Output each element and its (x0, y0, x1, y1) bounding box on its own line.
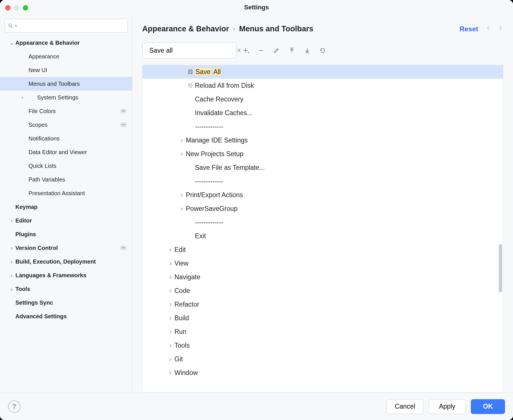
sidebar-item[interactable]: Data Editor and Viewer (0, 145, 132, 159)
move-down-icon[interactable] (304, 47, 311, 54)
action-label: Cache Recovery (195, 95, 243, 103)
action-group[interactable]: ›Print/Export Actions (142, 188, 503, 202)
sidebar-item[interactable]: Quick Lists (0, 159, 132, 173)
project-scope-icon (121, 123, 126, 127)
project-scope-icon (121, 109, 126, 113)
action-item[interactable]: Reload All from Disk (142, 79, 503, 92)
action-group[interactable]: ›PowerSaveGroup (142, 202, 503, 215)
action-item[interactable]: Save All (142, 65, 503, 79)
sidebar-item[interactable]: ›Build, Execution, Deployment (0, 255, 132, 268)
window-title: Settings (0, 4, 513, 11)
chevron-right-icon (18, 109, 25, 114)
action-group[interactable]: ›Code (142, 284, 503, 297)
chevron-right-icon: › (178, 150, 186, 158)
sidebar-item-label: Presentation Assistant (28, 190, 128, 197)
sidebar-item[interactable]: Appearance (0, 50, 132, 63)
reset-link[interactable]: Reset (460, 25, 478, 33)
action-group[interactable]: ›Manage IDE Settings (142, 133, 503, 147)
action-label: Navigate (174, 273, 200, 281)
action-group[interactable]: ›Run (142, 325, 503, 339)
action-toolbar: ✕ ▾ (142, 42, 503, 58)
action-group[interactable]: ›Tools (142, 339, 503, 352)
action-label: Window (174, 369, 198, 377)
chevron-right-icon (18, 136, 25, 141)
action-item[interactable]: Exit (142, 229, 503, 243)
search-dropdown-icon[interactable]: ▾ (15, 24, 17, 28)
sidebar-item[interactable]: Plugins (0, 227, 132, 241)
action-group[interactable]: ›New Projects Setup (142, 147, 503, 161)
action-label: Git (174, 355, 183, 363)
action-tree[interactable]: Save All Reload All from Disk Cache Reco… (142, 64, 503, 393)
action-separator[interactable]: ------------- (142, 215, 503, 229)
chevron-right-icon: › (8, 286, 15, 292)
sidebar-item[interactable]: Path Variables (0, 173, 132, 186)
action-group[interactable]: ›Build (142, 311, 503, 325)
sidebar-item[interactable]: New UI (0, 63, 132, 77)
revert-icon[interactable] (319, 47, 326, 54)
action-group[interactable]: ›Navigate (142, 270, 503, 284)
scrollbar-thumb[interactable] (499, 244, 502, 292)
sidebar-item[interactable]: ⌄Appearance & Behavior (0, 36, 132, 50)
sidebar-item[interactable]: ›System Settings (0, 91, 132, 104)
reload-icon (186, 83, 195, 88)
breadcrumb-0[interactable]: Appearance & Behavior (142, 25, 229, 33)
sidebar-item[interactable]: Scopes (0, 118, 132, 132)
sidebar-item[interactable]: File Colors (0, 104, 132, 118)
sidebar-item[interactable]: ›Editor (0, 214, 132, 227)
remove-action-icon[interactable] (257, 47, 265, 54)
sidebar-item[interactable]: ›Version Control (0, 241, 132, 255)
action-group[interactable]: ›Git (142, 352, 503, 366)
sidebar-search-input[interactable] (19, 22, 125, 29)
sidebar-item-label: Path Variables (28, 176, 128, 183)
history-nav (486, 25, 503, 33)
sidebar-item[interactable]: Notifications (0, 132, 132, 145)
ok-button[interactable]: OK (471, 399, 505, 414)
sidebar-item-label: Advanced Settings (15, 313, 128, 320)
action-filter[interactable]: ✕ (142, 42, 236, 58)
sidebar-item[interactable]: Menus and Toolbars (0, 77, 132, 91)
chevron-right-icon (8, 204, 15, 210)
action-label: Save All (195, 68, 221, 76)
breadcrumb-separator: › (233, 25, 235, 33)
action-group[interactable]: ›Edit (142, 243, 503, 256)
action-item[interactable]: Save File as Template... (142, 161, 503, 174)
svg-line-1 (11, 26, 13, 28)
action-item[interactable]: Cache Recovery (142, 92, 503, 106)
action-group[interactable]: ›Refactor (142, 297, 503, 311)
breadcrumb-row: Appearance & Behavior › Menus and Toolba… (142, 15, 503, 33)
chevron-right-icon: › (166, 342, 174, 349)
sidebar-item[interactable]: ›Tools (0, 282, 132, 296)
action-group[interactable]: ›Window (142, 366, 503, 380)
sidebar-item[interactable]: Presentation Assistant (0, 186, 132, 200)
clear-filter-icon[interactable]: ✕ (237, 47, 241, 54)
chevron-right-icon: › (178, 136, 186, 144)
move-up-icon[interactable] (288, 47, 296, 54)
sidebar-item[interactable]: ›Languages & Frameworks (0, 268, 132, 282)
sidebar-item[interactable]: Settings Sync (0, 296, 132, 309)
action-separator[interactable]: ------------- (142, 174, 503, 188)
action-filter-input[interactable] (149, 46, 234, 55)
nav-back-icon[interactable] (486, 25, 492, 33)
sidebar-item[interactable]: Advanced Settings (0, 309, 132, 323)
action-separator[interactable]: ------------- (142, 120, 503, 133)
search-icon (8, 23, 13, 28)
chevron-right-icon: › (166, 314, 174, 322)
action-item[interactable]: Invalidate Caches... (142, 106, 503, 120)
action-group[interactable]: ›View (142, 256, 503, 270)
add-action-icon[interactable]: ▾ (242, 47, 249, 54)
help-icon[interactable]: ? (8, 400, 21, 413)
edit-action-icon[interactable] (273, 47, 280, 54)
cancel-button[interactable]: Cancel (386, 399, 424, 414)
titlebar: Settings (0, 0, 513, 15)
save-icon (186, 69, 195, 75)
chevron-right-icon: › (8, 217, 15, 224)
sidebar-search[interactable]: ▾ (5, 19, 128, 32)
chevron-right-icon (18, 163, 25, 168)
nav-forward-icon[interactable] (497, 25, 503, 33)
sidebar-item[interactable]: Keymap (0, 200, 132, 214)
chevron-right-icon: › (178, 205, 186, 213)
apply-button[interactable]: Apply (429, 399, 466, 414)
sidebar-item-label: Settings Sync (15, 299, 128, 306)
chevron-right-icon: › (166, 301, 174, 308)
dialog-footer: ? Cancel Apply OK (0, 393, 513, 420)
